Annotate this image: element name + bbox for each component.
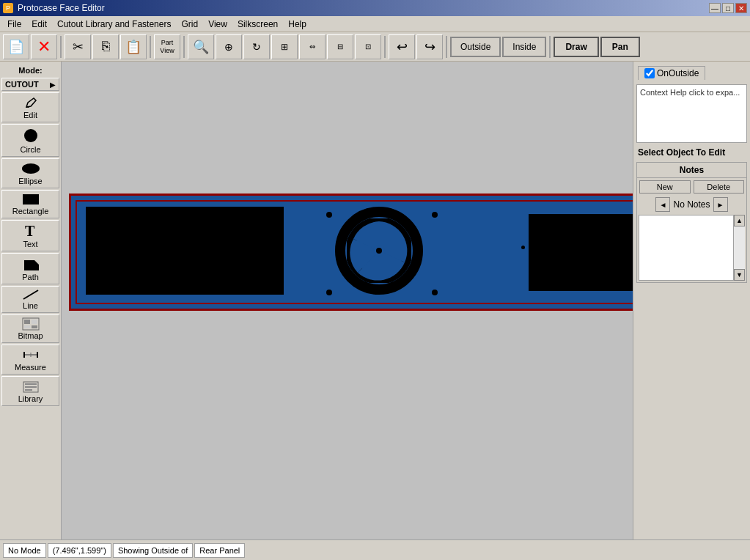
tool-line-label: Line (23, 301, 38, 310)
canvas-area[interactable] (62, 62, 633, 539)
on-outside-checkbox[interactable] (644, 68, 655, 78)
tool-library[interactable]: Library (1, 376, 59, 406)
notes-content[interactable] (639, 215, 745, 281)
notes-next-button[interactable]: ► (713, 197, 728, 212)
status-bar: No Mode (7.496",1.599") Showing Outside … (0, 539, 750, 560)
notes-panel: Notes New Delete ◄ No Notes ► ▲ ▼ (636, 162, 747, 283)
circle-icon (22, 127, 40, 144)
menu-view[interactable]: View (204, 18, 232, 31)
view-group: Outside Inside (450, 37, 546, 57)
tool-library-label: Library (18, 394, 43, 403)
close-button[interactable]: ✕ (735, 3, 747, 13)
svg-rect-11 (24, 325, 30, 328)
copy-button[interactable]: ⎘ (92, 34, 119, 59)
tool-measure-label: Measure (15, 363, 46, 372)
tool-edit-label: Edit (23, 111, 37, 119)
menu-help[interactable]: Help (284, 18, 311, 31)
svg-rect-9 (24, 320, 30, 324)
notes-header: Notes (637, 163, 746, 178)
tool-circle-label: Circle (20, 145, 40, 154)
menu-edit[interactable]: Edit (27, 18, 51, 31)
mount-hole-1 (326, 212, 332, 218)
tool-ellipse[interactable]: Ellipse (1, 158, 59, 188)
tool-bitmap[interactable]: Bitmap (1, 314, 59, 343)
status-showing: Showing Outside of (113, 543, 193, 558)
tool-path[interactable]: Path (1, 253, 59, 284)
mount-hole-3 (326, 290, 332, 295)
inside-button[interactable]: Inside (502, 37, 546, 57)
svg-point-3 (22, 163, 40, 174)
menu-silkscreen[interactable]: Silkscreen (233, 18, 282, 31)
snap-button[interactable]: ⊟ (327, 34, 353, 59)
measure-icon (22, 347, 40, 362)
svg-rect-20 (25, 389, 32, 391)
face-canvas (69, 194, 633, 311)
size-button[interactable]: ⇔ (299, 34, 326, 59)
face-panel[interactable] (69, 194, 633, 311)
cutout-button[interactable]: CUTOUT ▶ (1, 78, 59, 91)
main-layout: Mode: CUTOUT ▶ Edit Circle (0, 62, 750, 539)
tool-rectangle[interactable]: Rectangle (1, 190, 59, 218)
cutout-left[interactable] (86, 207, 284, 295)
app-icon: P (3, 3, 13, 13)
mount-hole-5 (521, 246, 525, 249)
on-outside-label: OnOutside (657, 68, 699, 78)
notes-new-button[interactable]: New (639, 180, 691, 194)
cutout-fan[interactable] (335, 207, 423, 295)
rotate-button[interactable]: ↻ (243, 34, 270, 59)
close-file-button[interactable]: ✕ (31, 34, 57, 59)
fan-svg (347, 218, 411, 283)
notes-delete-button[interactable]: Delete (694, 180, 745, 194)
ellipse-icon (21, 161, 41, 176)
grid-button[interactable]: ⊞ (271, 34, 298, 59)
line-icon (22, 289, 40, 301)
cut-button[interactable]: ✂ (65, 34, 91, 59)
draw-button[interactable]: Draw (554, 37, 598, 57)
svg-point-2 (24, 129, 37, 142)
menu-cutout-library[interactable]: Cutout Library and Fasteners (53, 18, 175, 31)
context-help[interactable]: Context Help click to expa... (636, 84, 747, 143)
rectangle-icon (21, 193, 40, 206)
separator-1 (60, 36, 62, 58)
scroll-up-button[interactable]: ▲ (734, 215, 745, 226)
svg-line-7 (23, 290, 38, 299)
zoom-button[interactable]: 🔍 (188, 34, 214, 59)
align-button[interactable]: ⊡ (355, 34, 381, 59)
maximize-button[interactable]: □ (722, 3, 734, 13)
notes-prev-button[interactable]: ◄ (655, 197, 670, 212)
svg-rect-18 (25, 383, 37, 385)
zoom-select-button[interactable]: ⊕ (216, 34, 242, 59)
part-view-button[interactable]: PartView (154, 34, 180, 59)
tool-edit[interactable]: Edit (1, 92, 59, 122)
title-bar: P Protocase Face Editor — □ ✕ (0, 0, 750, 16)
separator-5 (446, 36, 447, 58)
status-panel: Rear Panel (194, 543, 245, 558)
tool-line[interactable]: Line (1, 286, 59, 313)
cutout-right[interactable] (529, 214, 633, 291)
svg-marker-6 (24, 260, 39, 270)
svg-marker-0 (26, 98, 36, 107)
toolbar: 📄 ✕ ✂ ⎘ 📋 PartView 🔍 ⊕ ↻ ⊞ ⇔ ⊟ ⊡ ↩ ↪ Out… (0, 32, 750, 62)
minimize-button[interactable]: — (709, 3, 721, 13)
svg-text:T: T (25, 223, 35, 239)
menu-grid[interactable]: Grid (177, 18, 202, 31)
tool-bitmap-label: Bitmap (18, 331, 43, 340)
scroll-down-button[interactable]: ▼ (734, 269, 745, 281)
tool-text[interactable]: T Text (1, 220, 59, 251)
notes-status: No Notes (673, 199, 710, 210)
redo-button[interactable]: ↪ (416, 34, 443, 59)
mount-hole-4 (432, 290, 438, 295)
svg-rect-12 (32, 325, 37, 328)
tool-circle[interactable]: Circle (1, 124, 59, 157)
paste-button[interactable]: 📋 (120, 34, 147, 59)
text-icon: T (23, 223, 39, 239)
on-outside-tab[interactable]: OnOutside (638, 66, 705, 80)
undo-button[interactable]: ↩ (389, 34, 415, 59)
new-button[interactable]: 📄 (3, 34, 29, 59)
bitmap-icon (22, 317, 40, 331)
pan-button[interactable]: Pan (600, 37, 640, 57)
tool-measure[interactable]: Measure (1, 345, 59, 375)
outside-button[interactable]: Outside (450, 37, 501, 57)
title-left: P Protocase Face Editor (3, 3, 105, 13)
menu-file[interactable]: File (3, 18, 26, 31)
